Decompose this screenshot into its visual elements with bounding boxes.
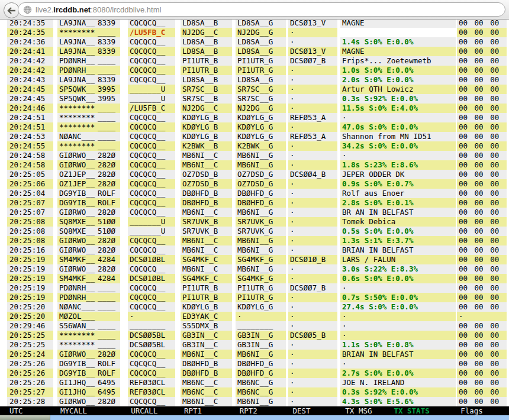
mycall-callsign: LA9JNA__ [59, 20, 98, 28]
dest-cell: · [288, 28, 337, 37]
dest-cell: · [288, 293, 337, 302]
urcall-cell: CQCQCQ__ [128, 350, 175, 359]
txmsg-cell: 1.0s S:0% E:0.0% [340, 66, 456, 75]
rpt2-cell: MB6NI__G [236, 245, 286, 255]
urcall-cell: CQCQCQ__ [128, 293, 175, 302]
mycall-callsign: GI1JHQ__ [59, 378, 98, 387]
utc-cell: 20:25:08 [7, 236, 53, 245]
flags-cell: 00 00 00 [457, 255, 507, 264]
rpt2-cell: KDØYLG_G [236, 122, 286, 132]
table-row: 20:25:24GIØRWO__282ØCQCQCQ__MB6NI__CMB6N… [0, 350, 509, 359]
flags-cell: 00 00 00 [457, 245, 507, 255]
dest-cell: · [288, 189, 337, 198]
mycall-suffix: ROLF [98, 359, 115, 368]
mycall-cell: ********____ [57, 141, 120, 151]
txmsg-cell: MAGNE [340, 20, 456, 28]
rpt1-cell: KDØYLG_B [181, 113, 232, 122]
rpt2-cell: KDØYLG_G [236, 113, 286, 122]
rpt2-cell: MB6NI__G [236, 397, 286, 406]
rpt2-cell: PI1UTR_G [236, 66, 286, 75]
mycall-callsign: GIØRWO__ [59, 397, 98, 406]
table-row: 20:24:46********____/LU5FB_CNJ2DG__CNJ2D… [0, 104, 509, 113]
mycall-callsign: PDØNRH__ [59, 293, 98, 302]
table-row: 20:24:36LA9JNA__8339CQCQCQ__LD8SA__BLD8S… [0, 37, 509, 47]
bottom-scroll-strip[interactable] [0, 415, 509, 420]
url-bar[interactable]: live2.ircddb.net:8080/ircddblive.html [18, 2, 505, 17]
mycall-suffix: 282Ø [98, 170, 115, 179]
flags-cell: 00 00 00 [457, 274, 507, 283]
dest-cell: DCSØ13_V [288, 47, 337, 56]
rpt2-cell: SG4MKF_G [236, 274, 286, 283]
table-row: 20:25:20NØANC_______CQCQCQ__KDØYLG_BKDØY… [0, 302, 509, 312]
txmsg-cell: 11.5s S:0% E:4.0% [340, 104, 456, 113]
mycall-callsign: ******** [59, 122, 98, 132]
urcall-cell: ________ [128, 321, 175, 331]
utc-cell: 20:24:53 [7, 132, 53, 141]
back-button[interactable] [4, 2, 20, 18]
mycall-cell: LA9JNA__8339 [57, 37, 120, 47]
utc-cell: 20:25:26 [7, 378, 53, 387]
rpt2-cell: MB6NC__G [236, 378, 286, 387]
urcall-cell: REFØ3ØCL [128, 378, 175, 387]
table-row: 20:29:46S56WAN______________S55DMX_B____… [0, 321, 509, 331]
flags-cell: 00 00 00 [457, 369, 507, 378]
mycall-cell: PDØNRH______ [57, 56, 120, 66]
rpt2-cell: MB6NI__G [236, 350, 286, 359]
urcall-cell: CQCQCQ__ [128, 283, 175, 293]
flags-cell: 00 00 00 [457, 28, 507, 37]
rpt1-cell: S55DMX_B [181, 321, 232, 331]
mycall-suffix: 3995 [98, 94, 115, 103]
utc-cell: 20:24:51 [7, 113, 53, 122]
txmsg-cell: 0.9s S:0% E:0.7% [340, 179, 456, 189]
utc-cell: 20:25:19 [7, 293, 53, 302]
dest-cell: · [288, 94, 337, 104]
mycall-callsign: NØANC___ [59, 132, 98, 141]
rpt1-cell: DBØHFD_B [181, 369, 232, 378]
utc-cell: 20:25:19 [7, 274, 53, 283]
dest-cell: · [288, 359, 337, 369]
dest-cell: · [288, 387, 337, 397]
flags-cell: 00 00 00 [457, 217, 507, 227]
dest-cell: · [288, 245, 337, 255]
txmsg-cell: 3.0s S:22% E:8.3% [340, 264, 456, 274]
mycall-callsign: LA9JNA__ [59, 47, 98, 56]
txmsg-cell: 4.3s S:0% E:5.6% [340, 397, 456, 406]
mycall-cell: S56WAN______ [57, 321, 120, 331]
txmsg-cell: 1.1s S:0% E:0.8% [340, 340, 456, 350]
mycall-suffix: 8339 [98, 75, 115, 84]
mycall-callsign: SM4MKF__ [59, 255, 98, 264]
table-row: 20:25:19PDØNRH______CQCQCQ__PI1UTR_BPI1U… [0, 293, 509, 302]
urcall-cell: _______U [128, 217, 175, 227]
utc-cell: 20:24:35 [7, 28, 53, 37]
txmsg-cell: 1.8s S:23% E:8.6% [340, 160, 456, 170]
rpt1-cell: PI1UTR_B [181, 293, 232, 302]
utc-cell: 20:24:58 [7, 160, 53, 170]
mycall-suffix: 282Ø [98, 151, 115, 160]
table-row: 20:25:20MØZOL___·ED3YAK_C···· [0, 312, 509, 321]
table-row: 20:25:19SM4MKF__4284DCSØ1ØBLSG4MKF_CSG4M… [0, 274, 509, 283]
mycall-cell: SM4MKF__4284 [57, 255, 120, 264]
rpt1-cell: PI1UTR_B [181, 66, 232, 75]
utc-cell: 20:24:58 [7, 151, 53, 160]
table-row: 20:24:58GIØRWO__282ØCQCQCQ__MB6NI__CMB6N… [0, 160, 509, 170]
mycall-suffix: 51ØØ [98, 217, 115, 226]
mycall-suffix: ____ [98, 28, 115, 37]
utc-cell: 20:25:08 [7, 227, 53, 236]
rpt1-cell: OZ7DSD_B [181, 179, 232, 189]
mycall-callsign: DG9YIB__ [59, 189, 98, 198]
flags-cell: 00 00 00 [457, 378, 507, 387]
urcall-cell: _______U [128, 227, 175, 236]
urcall-cell: CQCQCQ__ [128, 264, 175, 274]
rpt1-cell: PI1UTR_B [181, 56, 232, 66]
header-utc: UTC [7, 406, 54, 415]
txmsg-cell: Artur QTH Lowicz [340, 85, 456, 94]
mycall-callsign: SP5QWK__ [59, 85, 98, 94]
header-rpt2: RPT2 [238, 406, 289, 415]
flags-cell: 00 00 00 [457, 75, 507, 85]
txmsg-cell: · [340, 321, 456, 331]
mycall-callsign: ******** [59, 331, 98, 340]
mycall-cell: SQ8MXE__51ØØ [57, 217, 120, 227]
dest-cell: REFØ53_A [288, 113, 337, 122]
dest-cell: · [288, 340, 337, 350]
rpt2-cell: MB6NI__G [236, 236, 286, 245]
